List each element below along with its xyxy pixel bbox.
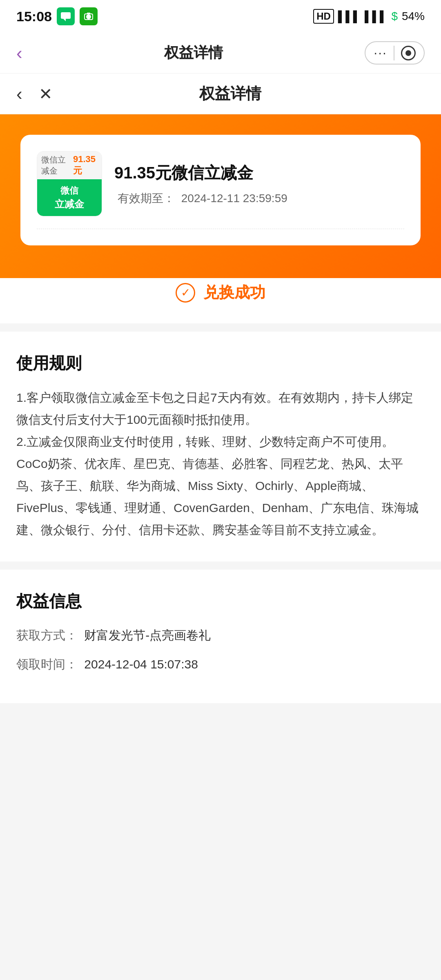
benefit-card: 微信立减金 91.35元 微信 立减金 91.35元微信立减金 有效期至： 20…	[20, 135, 421, 245]
success-text: 兑换成功	[203, 282, 265, 303]
card-top: 微信立减金 91.35元 微信 立减金 91.35元微信立减金 有效期至： 20…	[37, 151, 404, 229]
receive-time-item: 领取时间： 2024-12-04 15:07:38	[16, 654, 425, 675]
rules-content: 1.客户领取微信立减金至卡包之日起7天内有效。在有效期内，持卡人绑定微信支付后支…	[16, 387, 425, 541]
svg-rect-4	[87, 13, 90, 14]
voucher-amount-label: 91.35元	[73, 154, 98, 177]
orange-banner: 微信立减金 91.35元 微信 立减金 91.35元微信立减金 有效期至： 20…	[0, 114, 441, 278]
bottom-space	[0, 703, 441, 744]
card-info: 91.35元微信立减金 有效期至： 2024-12-11 23:59:59	[114, 162, 404, 206]
top-nav: ‹ 权益详情 ···	[0, 33, 441, 74]
obtain-label: 获取方式：	[16, 628, 78, 642]
rules-section: 使用规则 1.客户领取微信立减金至卡包之日起7天内有效。在有效期内，持卡人绑定微…	[0, 332, 441, 561]
voucher-label-text: 微信立减金	[41, 154, 73, 176]
status-left: 15:08	[16, 7, 98, 25]
signal1: ▌▌▌	[338, 10, 361, 23]
battery: 54%	[402, 10, 425, 23]
more-options-icon[interactable]: ···	[374, 45, 387, 60]
expiry-value: 2024-12-11 23:59:59	[181, 192, 287, 205]
obtain-value: 财富发光节-点亮画卷礼	[84, 628, 211, 642]
dollar-icon: $	[391, 10, 398, 23]
top-nav-back-button[interactable]: ‹	[16, 43, 22, 63]
hd-badge: HD	[313, 9, 334, 24]
top-nav-title: 权益详情	[164, 43, 223, 63]
status-icons: HD ▌▌▌ ▌▌▌ $ 54%	[313, 9, 425, 24]
inner-back-button[interactable]: ‹	[16, 84, 22, 104]
qr-dot	[405, 50, 411, 56]
content-area: 使用规则 1.客户领取微信立减金至卡包之日起7天内有效。在有效期内，持卡人绑定微…	[0, 332, 441, 744]
svg-rect-0	[61, 12, 71, 19]
voucher-brand-line2: 立减金	[55, 197, 84, 211]
card-expiry: 有效期至： 2024-12-11 23:59:59	[114, 191, 404, 206]
message-icon	[57, 7, 75, 25]
status-time: 15:08	[16, 9, 52, 24]
voucher-top-label: 微信立减金 91.35元	[37, 151, 102, 179]
inner-close-button[interactable]: ✕	[39, 85, 53, 103]
voucher-green-box: 微信 立减金	[37, 179, 102, 216]
check-mark: ✓	[181, 286, 190, 299]
signal2: ▌▌▌	[365, 10, 387, 23]
svg-point-2	[86, 14, 91, 19]
inner-nav-title: 权益详情	[69, 83, 392, 104]
expiry-label: 有效期至：	[118, 192, 175, 205]
voucher-brand-line1: 微信	[60, 185, 78, 197]
success-icon: ✓	[176, 283, 195, 303]
voucher-image: 微信立减金 91.35元 微信 立减金	[37, 151, 102, 216]
rules-title: 使用规则	[16, 352, 425, 374]
nav-divider	[394, 46, 394, 60]
rules-text-content: 1.客户领取微信立减金至卡包之日起7天内有效。在有效期内，持卡人绑定微信支付后支…	[16, 391, 419, 537]
benefit-info-section: 权益信息 获取方式： 财富发光节-点亮画卷礼 领取时间： 2024-12-04 …	[0, 570, 441, 703]
inner-nav: ‹ ✕ 权益详情	[0, 74, 441, 114]
qr-code-icon[interactable]	[401, 46, 416, 60]
svg-marker-1	[63, 19, 66, 21]
obtain-method-item: 获取方式： 财富发光节-点亮画卷礼	[16, 625, 425, 646]
receive-label: 领取时间：	[16, 657, 78, 671]
status-bar: 15:08 HD ▌▌▌ ▌▌▌ $ 54%	[0, 0, 441, 33]
benefit-info-title: 权益信息	[16, 590, 425, 612]
camera-icon	[80, 7, 98, 25]
receive-value: 2024-12-04 15:07:38	[84, 657, 198, 671]
top-nav-actions[interactable]: ···	[365, 41, 425, 65]
card-title: 91.35元微信立减金	[114, 162, 404, 184]
